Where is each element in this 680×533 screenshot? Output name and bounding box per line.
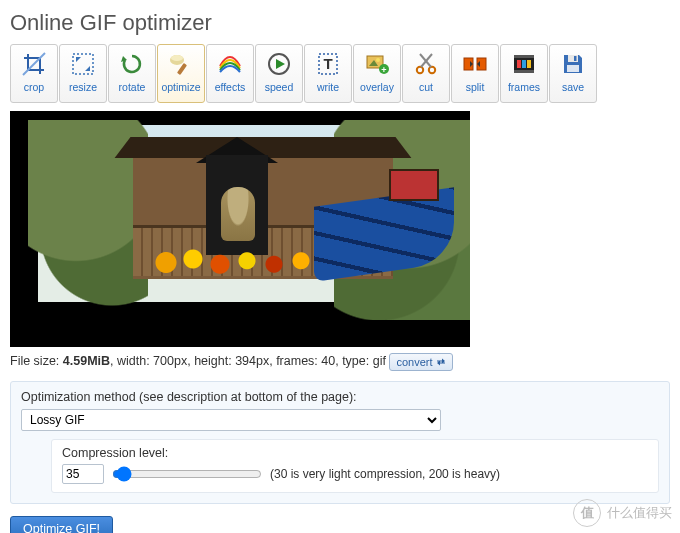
file-size-label: File size: — [10, 354, 63, 368]
method-select[interactable]: Lossy GIF — [21, 409, 441, 431]
file-info: File size: 4.59MiB, width: 700px, height… — [10, 353, 670, 371]
file-type: , type: gif — [335, 354, 386, 368]
resize-icon — [67, 48, 99, 80]
tool-label: cut — [419, 81, 433, 93]
svg-line-5 — [23, 53, 45, 75]
compression-input[interactable] — [62, 464, 104, 484]
svg-point-20 — [429, 67, 435, 73]
tool-crop[interactable]: crop — [10, 44, 58, 103]
tool-label: optimize — [161, 81, 200, 93]
tool-effects[interactable]: effects — [206, 44, 254, 103]
tool-label: resize — [69, 81, 97, 93]
file-size-value: 4.59MiB — [63, 354, 110, 368]
tool-frames[interactable]: frames — [500, 44, 548, 103]
svg-point-9 — [171, 55, 183, 61]
watermark-text: 什么值得买 — [607, 504, 672, 522]
cut-icon — [410, 48, 442, 80]
tool-label: split — [466, 81, 485, 93]
tool-speed[interactable]: speed — [255, 44, 303, 103]
watermark: 值 什么值得买 — [573, 499, 672, 527]
tool-rotate[interactable]: rotate — [108, 44, 156, 103]
svg-rect-34 — [574, 56, 577, 61]
svg-point-19 — [417, 67, 423, 73]
tool-label: speed — [265, 81, 294, 93]
tool-label: effects — [215, 81, 246, 93]
toolbar: cropresizerotateoptimizeeffectsspeedTwri… — [10, 44, 670, 103]
svg-marker-11 — [276, 59, 285, 69]
tool-resize[interactable]: resize — [59, 44, 107, 103]
frames-icon — [508, 48, 540, 80]
file-frames: , frames: 40 — [269, 354, 335, 368]
optimize-button[interactable]: Optimize GIF! — [10, 516, 113, 533]
tool-overlay[interactable]: +overlay — [353, 44, 401, 103]
svg-text:T: T — [323, 55, 332, 72]
speed-icon — [263, 48, 295, 80]
tool-label: crop — [24, 81, 44, 93]
svg-rect-31 — [522, 60, 526, 68]
tool-write[interactable]: Twrite — [304, 44, 352, 103]
tool-cut[interactable]: cut — [402, 44, 450, 103]
crop-icon — [18, 48, 50, 80]
rotate-icon — [116, 48, 148, 80]
optimization-panel: Optimization method (see description at … — [10, 381, 670, 504]
tool-save[interactable]: save — [549, 44, 597, 103]
optimize-icon — [165, 48, 197, 80]
save-icon — [557, 48, 589, 80]
file-width: , width: 700px — [110, 354, 187, 368]
gif-preview — [10, 111, 470, 347]
overlay-icon: + — [361, 48, 393, 80]
svg-point-16 — [376, 58, 380, 62]
tool-split[interactable]: split — [451, 44, 499, 103]
tool-label: write — [317, 81, 339, 93]
watermark-badge: 值 — [573, 499, 601, 527]
svg-rect-32 — [527, 60, 531, 68]
write-icon: T — [312, 48, 344, 80]
convert-icon — [436, 357, 446, 367]
compression-subpanel: Compression level: (30 is very light com… — [51, 439, 659, 493]
tool-label: save — [562, 81, 584, 93]
file-height: , height: 394px — [187, 354, 269, 368]
optimize-button-label: Optimize GIF! — [23, 522, 100, 533]
compression-hint: (30 is very light compression, 200 is he… — [270, 467, 500, 481]
tool-label: overlay — [360, 81, 394, 93]
svg-text:+: + — [381, 65, 386, 75]
svg-rect-30 — [517, 60, 521, 68]
svg-rect-35 — [567, 65, 579, 72]
svg-rect-29 — [514, 70, 534, 73]
convert-label: convert — [396, 356, 432, 368]
method-label: Optimization method (see description at … — [21, 390, 659, 404]
tool-optimize[interactable]: optimize — [157, 44, 205, 103]
page-title: Online GIF optimizer — [10, 10, 670, 36]
convert-button[interactable]: convert — [389, 353, 452, 371]
split-icon — [459, 48, 491, 80]
compression-label: Compression level: — [62, 446, 648, 460]
svg-rect-28 — [514, 55, 534, 58]
effects-icon — [214, 48, 246, 80]
tool-label: frames — [508, 81, 540, 93]
compression-slider[interactable] — [112, 466, 262, 482]
tool-label: rotate — [119, 81, 146, 93]
